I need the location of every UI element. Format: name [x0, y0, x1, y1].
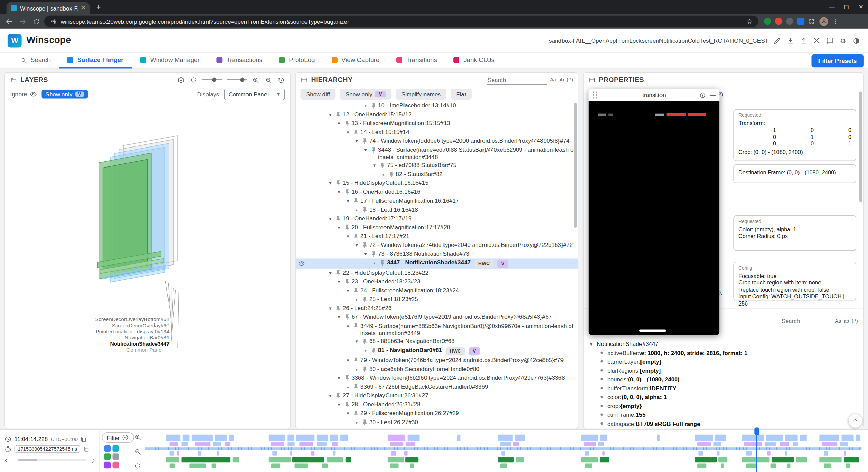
- pin-icon[interactable]: [334, 111, 342, 118]
- timeline-event-block[interactable]: [192, 435, 213, 441]
- timeline-event-block[interactable]: [842, 435, 854, 441]
- pin-icon[interactable]: [360, 206, 369, 213]
- tree-node[interactable]: ▾17 - FullscreenMagnification:16:16#17: [296, 197, 578, 205]
- timeline-event-block[interactable]: [388, 457, 404, 463]
- extension-blue-icon[interactable]: [797, 18, 804, 25]
- upload-new-icon[interactable]: [800, 35, 808, 45]
- timeline-event-block[interactable]: [796, 457, 807, 463]
- timeline-event-block[interactable]: [212, 464, 216, 468]
- download-all-icon[interactable]: [786, 35, 794, 45]
- protolog-trace-icon[interactable]: [104, 453, 111, 460]
- properties-scrollbar[interactable]: [859, 91, 862, 202]
- url-bar[interactable]: winscope.teams.x20web.corp.google.com/pr…: [44, 16, 758, 27]
- tree-node[interactable]: ▾72 - WindowToken{a2746de type=2040 andr…: [296, 241, 578, 250]
- timeline-event-block[interactable]: [819, 457, 841, 463]
- timeline-zoom-out-icon[interactable]: [134, 446, 141, 456]
- expand-chevron-icon[interactable]: ▾: [353, 338, 360, 346]
- scroll-right-icon[interactable]: [90, 455, 96, 465]
- pin-icon[interactable]: [334, 179, 342, 187]
- timeline-event-block[interactable]: [390, 442, 403, 446]
- timeline-event-block[interactable]: [697, 464, 706, 468]
- expand-chevron-icon[interactable]: ▾: [344, 356, 352, 364]
- filter-presets-button[interactable]: Filter Presets: [812, 54, 864, 67]
- timeline-event-block[interactable]: [742, 435, 764, 441]
- tab-transactions[interactable]: Transactions: [208, 53, 271, 68]
- timeline-event-block[interactable]: [332, 442, 338, 446]
- tree-node[interactable]: •10 - ImePlaceholder:13:14#10: [296, 101, 578, 110]
- property-row[interactable]: currFrame: 155: [589, 410, 860, 419]
- expand-chevron-icon[interactable]: ▾: [335, 278, 342, 286]
- zoom-in-icon[interactable]: [252, 75, 260, 84]
- tree-node[interactable]: ▾27 - HideDisplayCutout:26:31#27: [296, 391, 578, 400]
- tab-window-manager[interactable]: Window Manager: [132, 53, 208, 68]
- tree-node[interactable]: ▾15 - HideDisplayCutout:16:16#15: [296, 179, 578, 188]
- pin-icon[interactable]: [343, 188, 351, 196]
- pin-icon[interactable]: [369, 102, 377, 109]
- expand-chevron-icon[interactable]: ▾: [344, 322, 352, 330]
- tree-node[interactable]: ▾73 - 8736138 NotificationShade#73: [296, 250, 578, 258]
- property-row[interactable]: activeBuffer: w: 1080, h: 2400, stride: …: [589, 348, 860, 357]
- pin-icon[interactable]: [378, 259, 386, 267]
- timeline-event-block[interactable]: [271, 464, 280, 468]
- timeline-event-block[interactable]: [721, 464, 724, 468]
- property-row[interactable]: color: (0, 0, 0), alpha: 1: [589, 393, 860, 401]
- timeline-event-block[interactable]: [744, 442, 762, 446]
- timeline-event-block[interactable]: [844, 457, 859, 463]
- timeline-event-block[interactable]: [229, 435, 234, 441]
- copy-ns-icon[interactable]: [83, 444, 90, 454]
- expand-chevron-icon[interactable]: ▾: [353, 241, 360, 249]
- extensions-puzzle-icon[interactable]: [808, 16, 815, 26]
- copy-time-icon[interactable]: [80, 434, 87, 444]
- view-3d-icon[interactable]: [177, 75, 185, 84]
- property-row[interactable]: blurRegions: [empty]: [589, 366, 860, 375]
- timeline-event-block[interactable]: [177, 451, 179, 456]
- drag-handle-icon[interactable]: [593, 91, 595, 93]
- property-row[interactable]: bounds: (0, 0) - (1080, 2400): [589, 375, 860, 383]
- timeline-event-block[interactable]: [317, 435, 328, 441]
- timeline-event-block[interactable]: [322, 464, 328, 468]
- expand-chevron-icon[interactable]: ▾: [362, 250, 369, 258]
- extension-red-icon[interactable]: [775, 18, 782, 25]
- timeline-event-block[interactable]: [457, 435, 461, 441]
- pin-icon[interactable]: [334, 269, 342, 276]
- match-word-icon[interactable]: ab: [844, 318, 849, 324]
- expand-chevron-icon[interactable]: ▾: [327, 304, 334, 312]
- expand-chevron-icon[interactable]: ▾: [327, 179, 334, 187]
- regex-icon[interactable]: (.*): [567, 77, 573, 82]
- tree-node[interactable]: ▾24 - FullscreenMagnification:18:23#24: [296, 286, 578, 295]
- timeline-event-block[interactable]: [296, 435, 314, 441]
- property-row[interactable]: dataspace: BT709 sRGB Full range: [589, 419, 860, 428]
- pin-icon[interactable]: [343, 278, 351, 286]
- window-close-icon[interactable]: ✕: [854, 4, 868, 10]
- timeline-event-block[interactable]: [271, 442, 284, 446]
- timeline-event-block[interactable]: [844, 451, 846, 456]
- timeline-reset-zoom-icon[interactable]: [134, 460, 141, 470]
- property-row[interactable]: crop: {empty}: [589, 401, 860, 410]
- new-tab-button[interactable]: +: [96, 3, 101, 12]
- timeline-zoom-in-icon[interactable]: [134, 432, 141, 441]
- timeline-event-block[interactable]: [717, 451, 720, 456]
- expand-chevron-icon[interactable]: ▾: [344, 287, 352, 295]
- timeline-event-block[interactable]: [713, 442, 721, 446]
- pin-icon[interactable]: [352, 233, 360, 240]
- expand-chevron-icon[interactable]: ▾: [362, 146, 369, 154]
- layer-label[interactable]: PointerLocation - display 0#134: [96, 328, 169, 334]
- pin-icon[interactable]: [334, 392, 342, 399]
- zoom-out-icon[interactable]: [264, 75, 272, 84]
- cross-tool-icon[interactable]: ✕: [813, 35, 821, 46]
- timeline-event-block[interactable]: [166, 435, 180, 441]
- timeline-event-block[interactable]: [311, 451, 315, 456]
- pin-icon[interactable]: [343, 313, 351, 321]
- expand-chevron-icon[interactable]: ▾: [335, 188, 342, 196]
- browser-menu-icon[interactable]: [832, 16, 839, 26]
- pin-icon[interactable]: [343, 224, 351, 231]
- timeline-event-block[interactable]: [404, 451, 408, 456]
- timeline-event-block[interactable]: [767, 451, 771, 456]
- window-minimize-icon[interactable]: —: [825, 4, 839, 10]
- match-word-icon[interactable]: ab: [559, 77, 564, 82]
- match-case-icon[interactable]: Aa: [550, 77, 556, 82]
- tree-node[interactable]: ▾21 - Leaf:17:17#21: [296, 232, 578, 241]
- timeline-event-block[interactable]: [718, 457, 727, 463]
- pin-icon[interactable]: [369, 146, 377, 154]
- tree-node[interactable]: ▾22 - HideDisplayCutout:18:23#22: [296, 269, 578, 277]
